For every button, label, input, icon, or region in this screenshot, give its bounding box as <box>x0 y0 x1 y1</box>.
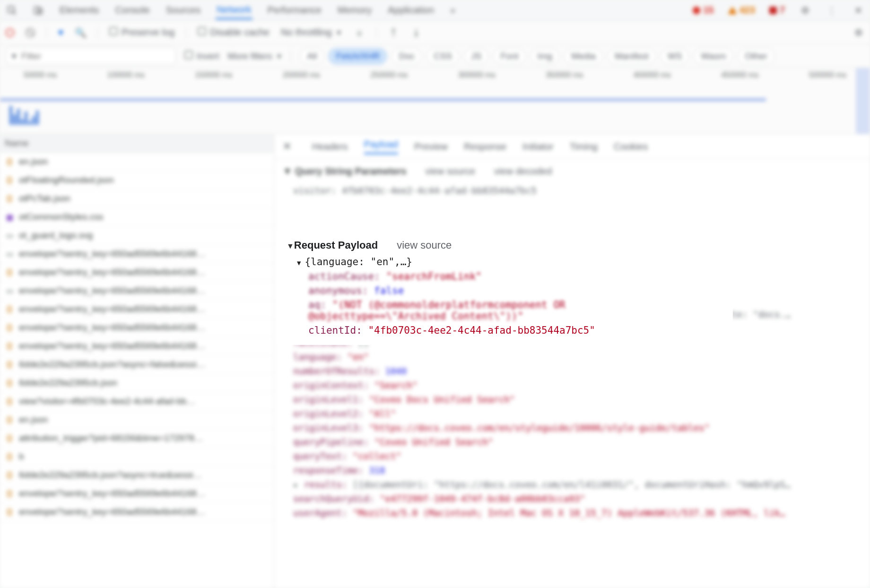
detail-tab-payload[interactable]: Payload <box>364 139 398 154</box>
timeline-spikes <box>9 106 76 127</box>
request-row[interactable]: {}6dde2e229a2395cb.json <box>0 374 274 392</box>
request-name: b <box>19 451 24 462</box>
type-pill-manifest[interactable]: Manifest <box>608 48 656 64</box>
type-pill-img[interactable]: Img <box>531 48 560 64</box>
filter-input[interactable] <box>21 51 170 61</box>
tab-performance[interactable]: Performance <box>267 2 323 18</box>
throttling-dropdown[interactable]: No throttling▼ <box>281 27 342 38</box>
request-payload-title: Request Payload <box>294 239 378 251</box>
request-row[interactable]: {}6dde2e229a2395cb.json?async=false&sess… <box>0 355 274 374</box>
preserve-log-checkbox[interactable]: Preserve log <box>109 27 174 38</box>
tab-elements[interactable]: Elements <box>59 2 100 18</box>
invert-label: Invert <box>197 51 219 61</box>
detail-tab-cookies[interactable]: Cookies <box>614 141 648 152</box>
filter-toggle-icon[interactable]: ▾ <box>58 26 63 39</box>
request-list-header[interactable]: Name <box>0 134 274 153</box>
query-view-source-link[interactable]: view source <box>425 166 475 177</box>
network-main: Name {}en.json{}otFloatingRounded.json{}… <box>0 134 870 588</box>
type-pill-media[interactable]: Media <box>564 48 603 64</box>
request-row[interactable]: {}attribution_trigger?pid=68156&time=172… <box>0 429 274 448</box>
request-name: envelope/?sentry_key=650ad5569e6b44168… <box>19 304 206 314</box>
resource-type-pills: AllFetch/XHRDocCSSJSFontImgMediaManifest… <box>300 48 774 64</box>
tab-application[interactable]: Application <box>387 2 435 18</box>
request-row[interactable]: {}envelope/?sentry_key=650ad5569e6b44168… <box>0 503 274 521</box>
type-pill-font[interactable]: Font <box>493 48 525 64</box>
request-name: envelope/?sentry_key=650ad5569e6b44168… <box>19 507 206 517</box>
close-devtools-icon[interactable]: ✕ <box>852 4 864 17</box>
file-type-icon: ▭ <box>5 231 14 240</box>
settings-gear-icon[interactable]: ⚙ <box>799 4 811 17</box>
request-row[interactable]: {}otPcTab.json <box>0 190 274 208</box>
request-row[interactable]: {}envelope/?sentry_key=650ad5569e6b44168… <box>0 300 274 319</box>
request-name: ot_guard_logo.svg <box>19 230 93 241</box>
query-string-section-header[interactable]: ▼Query String Parameters view source vie… <box>274 159 870 183</box>
issue-count: 7 <box>780 5 785 16</box>
error-count: 15 <box>703 5 713 16</box>
tab-network[interactable]: Network <box>216 1 252 19</box>
disable-cache-checkbox[interactable]: Disable cache <box>198 27 270 38</box>
request-row[interactable]: {}en.json <box>0 411 274 429</box>
file-type-icon: {} <box>5 323 14 332</box>
more-filters-label: More filters <box>228 51 272 61</box>
filter-input-wrapper[interactable]: ▾ <box>6 47 176 65</box>
request-row[interactable]: ▭ot_guard_logo.svg <box>0 226 274 245</box>
timeline-tick: 250000 ms <box>370 71 408 79</box>
request-row[interactable]: {}envelope/?sentry_key=650ad5569e6b44168… <box>0 263 274 282</box>
type-pill-js[interactable]: JS <box>464 48 488 64</box>
tab-sources[interactable]: Sources <box>165 2 201 18</box>
import-har-icon[interactable]: ⭱ <box>388 27 400 38</box>
tab-memory[interactable]: Memory <box>337 2 373 18</box>
search-icon[interactable]: 🔍 <box>75 27 86 38</box>
invert-checkbox[interactable]: Invert <box>184 51 219 61</box>
request-row[interactable]: {}envelope/?sentry_key=650ad5569e6b44168… <box>0 319 274 337</box>
type-pill-doc[interactable]: Doc <box>392 48 422 64</box>
request-row[interactable]: {}en.json <box>0 153 274 171</box>
type-pill-fetchxhr[interactable]: Fetch/XHR <box>329 48 387 64</box>
issue-count-badge[interactable]: 7 <box>769 5 785 16</box>
network-conditions-icon[interactable]: ⏚ <box>354 27 365 38</box>
query-view-decoded-link[interactable]: view decoded <box>494 166 552 177</box>
request-row[interactable]: {}view?visitor=4fb0703c-4ee2-4c44-afad-b… <box>0 392 274 411</box>
network-timeline[interactable]: 50000 ms100000 ms150000 ms200000 ms25000… <box>0 68 870 134</box>
request-row[interactable]: {}b <box>0 448 274 466</box>
export-har-icon[interactable]: ⭳ <box>411 27 422 38</box>
clear-icon[interactable] <box>26 28 35 37</box>
type-pill-wasm[interactable]: Wasm <box>694 48 733 64</box>
kebab-menu-icon[interactable]: ⋮ <box>826 4 838 17</box>
payload-object-summary[interactable]: ▼{language: "en",…} <box>278 254 732 269</box>
warning-count-badge[interactable]: 423 <box>728 5 755 16</box>
tab-overflow[interactable]: » <box>449 2 456 18</box>
network-filter-row: ▾ Invert More filters▼ AllFetch/XHRDocCS… <box>0 44 870 68</box>
detail-tab-preview[interactable]: Preview <box>414 141 448 152</box>
detail-tab-response[interactable]: Response <box>464 141 506 152</box>
request-row[interactable]: ▭envelope/?sentry_key=650ad5569e6b44168… <box>0 245 274 263</box>
type-pill-all[interactable]: All <box>300 48 324 64</box>
detail-tab-initiator[interactable]: Initiator <box>522 141 554 152</box>
error-count-badge[interactable]: 15 <box>693 5 713 16</box>
payload-field: originLevel2: "All" <box>274 406 870 421</box>
payload-view-source-link[interactable]: view source <box>397 239 452 251</box>
type-pill-ws[interactable]: WS <box>661 48 689 64</box>
request-name: otPcTab.json <box>19 193 70 204</box>
type-pill-css[interactable]: CSS <box>426 48 459 64</box>
more-filters-dropdown[interactable]: More filters▼ <box>228 51 283 61</box>
record-icon[interactable] <box>6 28 14 37</box>
request-payload-highlight: ▼Request Payload view source ▼{language:… <box>278 232 732 344</box>
request-row[interactable]: {}envelope/?sentry_key=650ad5569e6b44168… <box>0 484 274 503</box>
request-row[interactable]: ▦otCommonStyles.css <box>0 208 274 226</box>
tab-console[interactable]: Console <box>114 2 150 18</box>
inspect-icon[interactable] <box>6 4 18 17</box>
request-row[interactable]: {}6dde2e229a2395cb.json?async=true&sessi… <box>0 466 274 484</box>
network-settings-icon[interactable]: ⚙ <box>853 27 864 38</box>
svg-rect-2 <box>38 9 42 14</box>
request-row[interactable]: {}otFloatingRounded.json <box>0 171 274 190</box>
request-row[interactable]: ▭envelope/?sentry_key=650ad5569e6b44168… <box>0 282 274 300</box>
close-detail-icon[interactable]: ✕ <box>283 140 291 153</box>
device-toggle-icon[interactable] <box>32 4 44 17</box>
detail-tab-headers[interactable]: Headers <box>312 141 348 152</box>
request-row[interactable]: {}envelope/?sentry_key=650ad5569e6b44168… <box>0 337 274 355</box>
detail-tab-timing[interactable]: Timing <box>570 141 598 152</box>
payload-field: originContext: "Search" <box>274 378 870 392</box>
request-payload-section-header[interactable]: ▼Request Payload view source <box>278 236 732 254</box>
type-pill-other[interactable]: Other <box>738 48 774 64</box>
